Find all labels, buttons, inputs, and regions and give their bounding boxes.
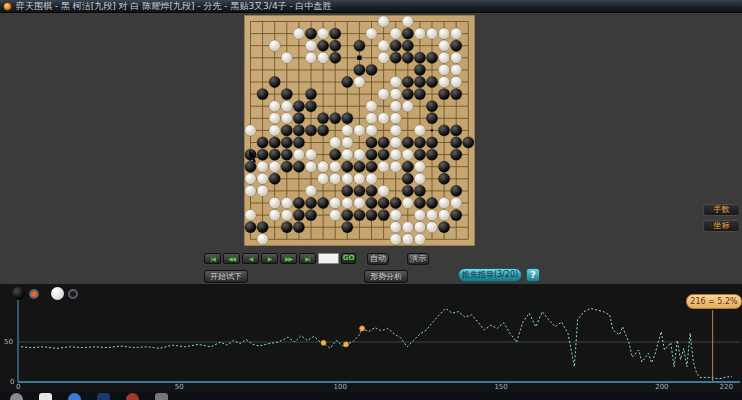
taskbar-icon-6[interactable]	[155, 393, 168, 400]
go-board[interactable]	[244, 15, 475, 246]
taskbar[interactable]	[0, 392, 742, 400]
go-button[interactable]: GO	[341, 253, 356, 264]
black-stone	[426, 113, 437, 124]
black-stone	[366, 209, 377, 220]
black-stone	[305, 101, 316, 112]
black-stone	[293, 222, 304, 233]
black-stone	[402, 28, 413, 39]
help-button[interactable]: ?	[526, 268, 540, 282]
black-stone	[451, 40, 462, 51]
white-stone	[366, 125, 377, 136]
white-stone	[330, 209, 341, 220]
y-tick-label: 0	[10, 378, 14, 386]
black-stone	[426, 101, 437, 112]
move-numbers-toggle[interactable]: 手数	[703, 204, 740, 216]
black-stone	[245, 222, 256, 233]
white-stone	[402, 234, 413, 245]
white-stone	[366, 28, 377, 39]
black-winrate-radio[interactable]	[29, 289, 39, 299]
taskbar-icon-2[interactable]	[39, 393, 52, 400]
black-stone	[426, 52, 437, 63]
white-stone	[438, 28, 449, 39]
taskbar-icon-5[interactable]	[126, 393, 139, 400]
black-stone	[390, 40, 401, 51]
white-stone	[378, 161, 389, 172]
black-stone	[438, 173, 449, 184]
white-stone	[378, 88, 389, 99]
white-stone	[402, 149, 413, 160]
white-stone	[354, 125, 365, 136]
white-stone	[281, 52, 292, 63]
white-stone	[342, 173, 353, 184]
white-stone	[414, 222, 425, 233]
black-stone	[342, 209, 353, 220]
black-stone	[330, 28, 341, 39]
start-trial-button[interactable]: 开始试下	[204, 270, 248, 283]
white-stone	[414, 209, 425, 220]
black-stone	[293, 125, 304, 136]
white-stone	[245, 209, 256, 220]
first-move-button[interactable]: |◀	[204, 253, 221, 264]
window-title: 弈天围棋 - 黑 柯洁[九段] 对 白 陈耀烨[九段] - 分先 - 黑贴3又3…	[16, 1, 332, 12]
taskbar-icon-3[interactable]	[68, 393, 81, 400]
black-stone	[330, 40, 341, 51]
black-stone	[426, 149, 437, 160]
black-stone	[293, 209, 304, 220]
white-stone	[281, 209, 292, 220]
ai-guide-button[interactable]: 抢先指导(3/20)	[458, 268, 522, 282]
white-stone	[269, 101, 280, 112]
black-stone	[305, 88, 316, 99]
white-stone	[402, 197, 413, 208]
white-stone	[390, 137, 401, 148]
winrate-chart[interactable]	[0, 284, 742, 392]
white-stone	[390, 113, 401, 124]
title-bar[interactable]: 弈天围棋 - 黑 柯洁[九段] 对 白 陈耀烨[九段] - 分先 - 黑贴3又3…	[0, 0, 742, 13]
taskbar-icon-1[interactable]	[10, 393, 23, 400]
forward-fast-button[interactable]: ▶▶	[280, 253, 297, 264]
white-stone	[305, 52, 316, 63]
white-stone	[414, 234, 425, 245]
winrate-tooltip: 216 = 5.2%	[686, 294, 742, 309]
black-stone	[378, 197, 389, 208]
white-stone	[414, 161, 425, 172]
black-stone	[414, 185, 425, 196]
white-stone	[281, 197, 292, 208]
black-stone	[293, 137, 304, 148]
auto-play-button[interactable]: 自动	[367, 253, 389, 265]
white-stone	[257, 234, 268, 245]
back-button[interactable]: ◀	[242, 253, 259, 264]
white-stone	[390, 28, 401, 39]
x-tick-label: 150	[494, 383, 507, 391]
forward-button[interactable]: ▶	[261, 253, 278, 264]
demo-button[interactable]: 演示	[407, 253, 429, 265]
coordinates-toggle[interactable]: 坐标	[703, 220, 740, 232]
taskbar-icon-4[interactable]	[97, 393, 110, 400]
white-stone	[390, 161, 401, 172]
black-stone	[281, 125, 292, 136]
white-stone	[451, 28, 462, 39]
black-stone	[317, 197, 328, 208]
back-fast-button[interactable]: ◀◀	[223, 253, 240, 264]
black-stone	[366, 185, 377, 196]
white-stone	[438, 52, 449, 63]
black-winrate-line	[21, 308, 732, 378]
black-stone	[257, 222, 268, 233]
position-analysis-button[interactable]: 形势分析	[364, 270, 408, 283]
white-stone	[438, 64, 449, 75]
white-stone	[390, 149, 401, 160]
white-stone	[305, 185, 316, 196]
white-stone	[269, 161, 280, 172]
black-stone	[269, 149, 280, 160]
last-move-button[interactable]: ▶|	[299, 253, 316, 264]
white-stone	[414, 173, 425, 184]
black-stone	[426, 76, 437, 87]
move-number-input[interactable]	[318, 253, 339, 264]
black-stone	[281, 88, 292, 99]
white-stone	[293, 28, 304, 39]
white-stone	[366, 173, 377, 184]
white-stone	[438, 209, 449, 220]
black-stone	[378, 209, 389, 220]
white-stone	[354, 76, 365, 87]
white-winrate-radio[interactable]	[68, 289, 78, 299]
white-stone	[378, 185, 389, 196]
